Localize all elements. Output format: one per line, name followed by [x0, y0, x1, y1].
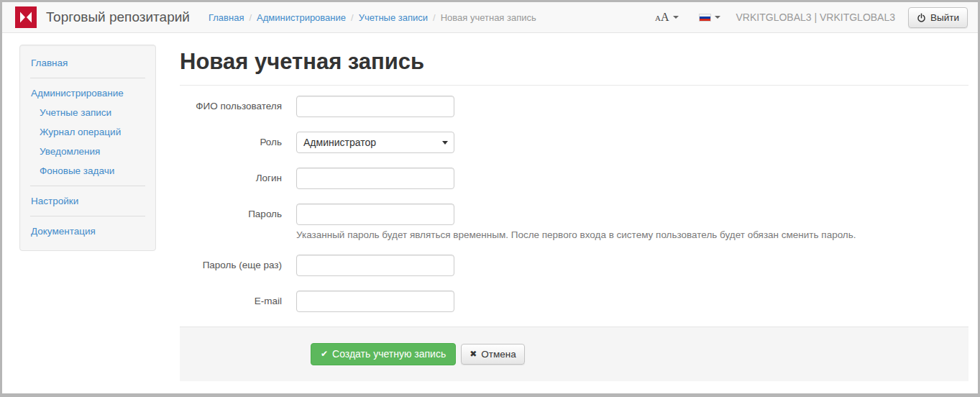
- close-icon: ✖: [470, 348, 477, 360]
- password-row: Пароль Указанный пароль будет являться в…: [180, 204, 968, 240]
- top-navbar: Торговый репозитарий Главная / Администр…: [2, 2, 978, 33]
- page-title: Новая учетная запись: [180, 49, 968, 75]
- sidebar-item-operations-log[interactable]: Журнал операций: [20, 122, 155, 142]
- sidebar-divider: [30, 186, 145, 186]
- role-select[interactable]: Администратор: [296, 132, 454, 153]
- breadcrumb: Главная / Администрирование / Учетные за…: [209, 12, 536, 23]
- role-select-wrap: Администратор: [296, 132, 454, 153]
- form-actions-bar: ✔ Создать учетную запись ✖ Отмена: [180, 327, 968, 381]
- sidebar-item-settings[interactable]: Настройки: [20, 191, 155, 211]
- breadcrumb-separator: /: [351, 12, 354, 23]
- breadcrumb-administration[interactable]: Администрирование: [257, 12, 346, 23]
- chevron-down-icon: [673, 16, 679, 19]
- password-repeat-label: Пароль (еще раз): [180, 255, 296, 276]
- login-input[interactable]: [296, 168, 454, 189]
- password-label: Пароль: [180, 204, 296, 225]
- font-size-small-letter: A: [655, 14, 661, 22]
- login-label: Логин: [180, 168, 296, 189]
- sidebar-item-documentation[interactable]: Документация: [20, 222, 155, 241]
- font-size-dropdown[interactable]: AA: [655, 11, 679, 24]
- new-account-form: ФИО пользователя Роль Администратор: [180, 96, 968, 381]
- breadcrumb-separator: /: [249, 12, 252, 23]
- login-row: Логин: [180, 168, 968, 189]
- moex-logo-icon: [15, 6, 37, 28]
- role-label: Роль: [180, 132, 296, 153]
- fullname-row: ФИО пользователя: [180, 96, 968, 117]
- sidebar-item-notifications[interactable]: Уведомления: [20, 142, 155, 161]
- password-input[interactable]: [296, 204, 454, 225]
- power-icon: [917, 13, 926, 22]
- password-hint: Указанный пароль будет являться временны…: [296, 229, 856, 240]
- sidebar-nav: Главная Администрирование Учетные записи…: [19, 45, 156, 251]
- main-content: Новая учетная запись ФИО пользователя Ро…: [156, 33, 978, 381]
- topbar-right: AA VRKITGLOBAL3 | VRKITGLOBAL3 Выйти: [655, 7, 968, 28]
- app-title: Торговый репозитарий: [46, 9, 190, 25]
- logout-button-label: Выйти: [930, 12, 959, 24]
- breadcrumb-separator: /: [433, 12, 436, 23]
- sidebar-divider: [30, 78, 145, 78]
- email-label: E-mail: [180, 291, 296, 312]
- sidebar-item-accounts[interactable]: Учетные записи: [20, 103, 155, 122]
- password-repeat-input[interactable]: [296, 255, 454, 276]
- sidebar-item-background-tasks[interactable]: Фоновые задачи: [20, 161, 155, 181]
- create-account-button-label: Создать учетную запись: [332, 348, 446, 360]
- fullname-label: ФИО пользователя: [180, 96, 296, 117]
- create-account-button[interactable]: ✔ Создать учетную запись: [311, 343, 456, 365]
- russian-flag-icon: [699, 14, 711, 22]
- check-icon: ✔: [321, 348, 328, 360]
- current-user-label: VRKITGLOBAL3 | VRKITGLOBAL3: [736, 12, 896, 23]
- sidebar-divider: [30, 216, 145, 216]
- cancel-button-label: Отмена: [481, 348, 516, 360]
- logout-button[interactable]: Выйти: [908, 7, 968, 28]
- chevron-down-icon: [715, 16, 720, 19]
- password-repeat-row: Пароль (еще раз): [180, 255, 968, 276]
- sidebar-item-home[interactable]: Главная: [20, 53, 155, 73]
- language-dropdown[interactable]: [699, 14, 720, 22]
- email-input[interactable]: [296, 291, 454, 312]
- sidebar-item-administration[interactable]: Администрирование: [20, 83, 155, 103]
- breadcrumb-home[interactable]: Главная: [209, 12, 244, 23]
- title-divider: [180, 85, 968, 86]
- role-row: Роль Администратор: [180, 132, 968, 153]
- cancel-button[interactable]: ✖ Отмена: [461, 344, 525, 365]
- fullname-input[interactable]: [296, 96, 454, 117]
- email-row: E-mail: [180, 291, 968, 312]
- breadcrumb-accounts[interactable]: Учетные записи: [359, 12, 428, 23]
- breadcrumb-current: Новая учетная запись: [441, 12, 536, 23]
- font-size-large-letter: A: [661, 11, 669, 24]
